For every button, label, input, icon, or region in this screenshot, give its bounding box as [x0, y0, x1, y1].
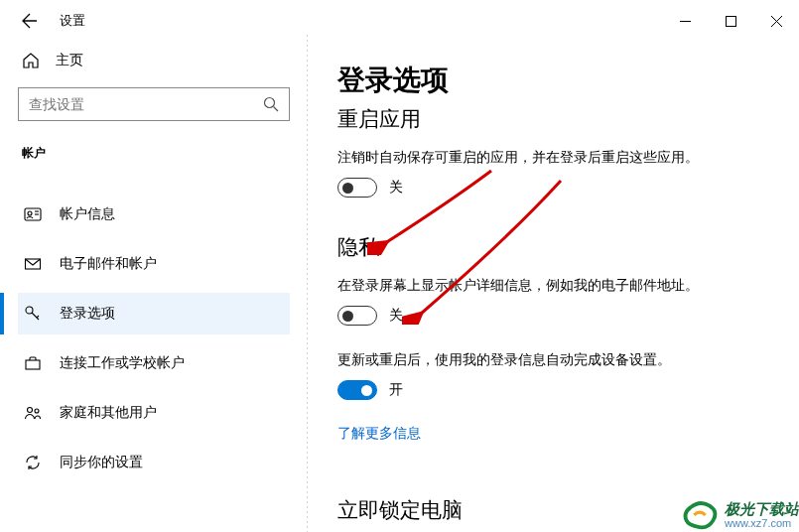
minimize-icon — [680, 16, 691, 27]
svg-line-5 — [274, 107, 279, 112]
privacy-toggle1-label: 关 — [389, 307, 403, 325]
svg-rect-1 — [726, 16, 735, 26]
sync-icon — [24, 454, 42, 471]
back-arrow-icon — [22, 13, 38, 29]
watermark: 极光下载站 www.xz7.com — [681, 496, 799, 532]
nav-label: 家庭和其他用户 — [60, 404, 157, 422]
toggle-knob — [342, 311, 353, 322]
svg-point-4 — [265, 98, 275, 108]
svg-point-16 — [35, 409, 39, 413]
sidebar: 主页 帐户 帐户信息 电子邮件和帐户 登录选项 连接工作或学校帐户 — [0, 42, 308, 532]
restart-toggle-row: 关 — [337, 178, 769, 198]
privacy-toggle2[interactable] — [337, 380, 377, 400]
nav-email[interactable]: 电子邮件和帐户 — [18, 243, 290, 285]
home-nav[interactable]: 主页 — [18, 42, 290, 87]
search-box[interactable] — [18, 87, 290, 121]
search-icon — [263, 96, 279, 112]
search-input[interactable] — [29, 96, 263, 112]
watermark-text: 极光下载站 www.xz7.com — [725, 500, 799, 529]
nav-label: 连接工作或学校帐户 — [60, 354, 185, 372]
main-panel: 登录选项 重启应用 注销时自动保存可重启的应用，并在登录后重启这些应用。 关 隐… — [308, 42, 799, 532]
email-icon — [24, 255, 42, 273]
back-button[interactable] — [20, 11, 40, 31]
nav-label: 电子邮件和帐户 — [60, 255, 157, 273]
restart-toggle[interactable] — [337, 178, 377, 198]
page-title: 登录选项 — [337, 62, 769, 99]
svg-point-15 — [28, 408, 33, 413]
privacy-toggle1[interactable] — [337, 306, 377, 326]
svg-point-11 — [26, 307, 33, 314]
privacy-toggle2-row: 开 — [337, 380, 769, 400]
nav-list: 帐户信息 电子邮件和帐户 登录选项 连接工作或学校帐户 家庭和其他用户 同步你的… — [18, 194, 290, 483]
nav-label: 登录选项 — [60, 305, 115, 323]
briefcase-icon — [24, 354, 42, 372]
restart-heading: 重启应用 — [337, 105, 769, 133]
svg-rect-14 — [26, 360, 40, 369]
people-icon — [24, 404, 42, 422]
nav-sync[interactable]: 同步你的设置 — [18, 442, 290, 483]
privacy-desc2: 更新或重启后，使用我的登录信息自动完成设备设置。 — [337, 349, 769, 370]
window-title: 设置 — [60, 12, 85, 30]
watermark-line1: 极光下载站 — [725, 500, 799, 519]
watermark-logo-icon — [681, 496, 719, 532]
svg-line-13 — [37, 316, 39, 318]
nav-label: 帐户信息 — [60, 205, 115, 223]
window-controls — [662, 5, 799, 37]
nav-signin-options[interactable]: 登录选项 — [18, 293, 290, 334]
nav-label: 同步你的设置 — [60, 454, 143, 471]
nav-account-info[interactable]: 帐户信息 — [18, 194, 290, 235]
titlebar-left: 设置 — [0, 11, 85, 31]
close-button[interactable] — [753, 5, 799, 37]
toggle-knob — [342, 183, 353, 194]
privacy-toggle1-row: 关 — [337, 306, 769, 326]
svg-point-7 — [28, 211, 32, 215]
maximize-icon — [726, 16, 736, 27]
home-label: 主页 — [56, 52, 83, 69]
minimize-button[interactable] — [662, 5, 708, 37]
restart-toggle-label: 关 — [389, 179, 403, 197]
close-icon — [771, 16, 782, 27]
account-icon — [24, 205, 42, 223]
nav-family[interactable]: 家庭和其他用户 — [18, 392, 290, 434]
watermark-line2: www.xz7.com — [725, 517, 799, 529]
home-icon — [22, 52, 40, 69]
privacy-heading: 隐私 — [337, 233, 769, 261]
category-label: 帐户 — [18, 141, 290, 172]
restart-desc: 注销时自动保存可重启的应用，并在登录后重启这些应用。 — [337, 147, 769, 168]
toggle-knob — [361, 385, 372, 396]
maximize-button[interactable] — [708, 5, 753, 37]
key-icon — [24, 305, 42, 323]
privacy-toggle2-label: 开 — [389, 381, 403, 399]
nav-work-school[interactable]: 连接工作或学校帐户 — [18, 342, 290, 384]
content-area: 主页 帐户 帐户信息 电子邮件和帐户 登录选项 连接工作或学校帐户 — [0, 42, 799, 532]
titlebar: 设置 — [0, 0, 799, 42]
learn-more-link[interactable]: 了解更多信息 — [337, 425, 421, 443]
privacy-desc1: 在登录屏幕上显示帐户详细信息，例如我的电子邮件地址。 — [337, 275, 769, 296]
